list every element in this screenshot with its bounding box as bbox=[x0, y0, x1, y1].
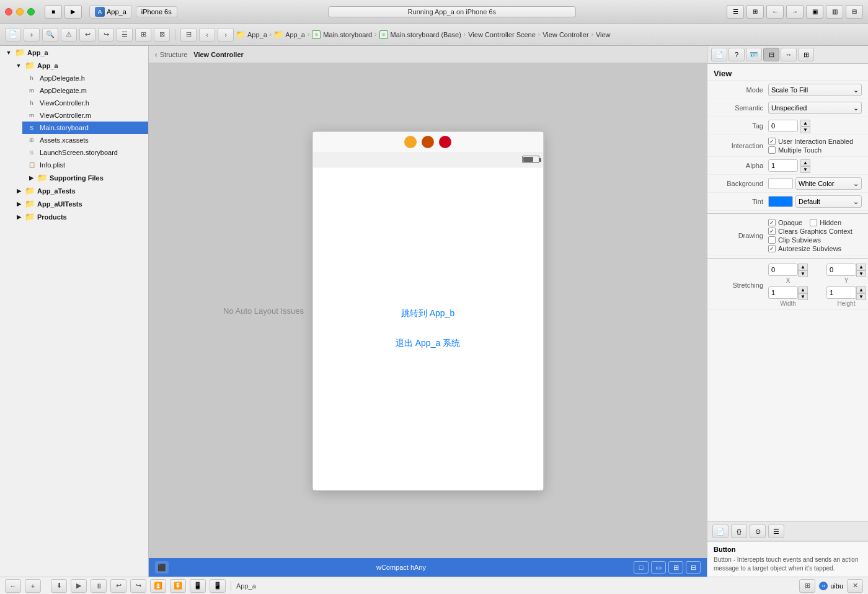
canvas-content[interactable]: No Auto Layout Issues → bbox=[149, 63, 707, 558]
search-btn[interactable]: 🔍 bbox=[42, 28, 58, 42]
expand-appa-icon[interactable]: ▼ bbox=[5, 49, 12, 56]
inspector-tab-connections[interactable]: ⊞ bbox=[798, 48, 814, 61]
layout-btn[interactable]: ⊟ bbox=[846, 5, 863, 19]
hierarchy-btn[interactable]: ⊞ bbox=[135, 28, 151, 42]
bottom-tab-file[interactable]: 📄 bbox=[712, 525, 728, 538]
bottom-tab-code[interactable]: {} bbox=[731, 525, 747, 538]
inspector-tab-file[interactable]: 📄 bbox=[711, 48, 727, 61]
tint-select[interactable]: Default ⌄ bbox=[795, 195, 862, 208]
fullscreen-button[interactable] bbox=[27, 8, 35, 16]
status-mode-btn-3[interactable]: ⏸ bbox=[91, 579, 107, 593]
clip-subviews-checkbox[interactable] bbox=[768, 236, 776, 244]
tag-input[interactable]: 0 bbox=[768, 120, 798, 132]
expand-products-icon[interactable]: ▶ bbox=[15, 213, 22, 221]
stretching-y-up[interactable]: ▲ bbox=[856, 264, 866, 270]
background-color-swatch[interactable] bbox=[768, 178, 793, 189]
status-mode-btn-7[interactable]: ⏬ bbox=[170, 579, 186, 593]
back-btn[interactable]: ← bbox=[766, 5, 784, 19]
stretching-w-up[interactable]: ▲ bbox=[798, 286, 808, 293]
panel-btn[interactable]: ▣ bbox=[806, 5, 823, 19]
undo-btn[interactable]: ↩ bbox=[79, 28, 95, 42]
tint-color-swatch[interactable] bbox=[768, 196, 793, 207]
canvas-square-btn[interactable]: ⬛ bbox=[155, 561, 169, 574]
app-scheme-selector[interactable]: A App_a bbox=[89, 5, 132, 19]
status-add-btn[interactable]: + bbox=[25, 579, 41, 593]
minimize-button[interactable] bbox=[16, 8, 24, 16]
alpha-stepper-up[interactable]: ▲ bbox=[800, 159, 810, 166]
stretching-y-stepper[interactable]: ▲ ▼ bbox=[856, 264, 866, 276]
breadcrumb-item-5[interactable]: View Controller Scene bbox=[468, 31, 536, 38]
sidebar-toggle-btn[interactable]: ☰ bbox=[727, 5, 744, 19]
list-btn[interactable]: ☰ bbox=[117, 28, 133, 42]
sidebar-subgroup-appa[interactable]: ▼ 📁 App_a bbox=[10, 59, 148, 72]
status-mode-btn-1[interactable]: ⬇ bbox=[51, 579, 67, 593]
breadcrumb-item-7[interactable]: View bbox=[596, 31, 611, 38]
status-right-close-btn[interactable]: ✕ bbox=[847, 579, 863, 593]
stretching-w-down[interactable]: ▼ bbox=[798, 293, 808, 300]
mode-select[interactable]: Scale To Fill ⌄ bbox=[768, 84, 862, 96]
forward-btn[interactable]: → bbox=[786, 5, 804, 19]
inspector-tab-quickhelp[interactable]: ? bbox=[728, 48, 745, 61]
add-btn[interactable]: + bbox=[24, 28, 40, 42]
stretching-w-stepper[interactable]: ▲ ▼ bbox=[798, 286, 808, 299]
stretching-x-up[interactable]: ▲ bbox=[798, 264, 808, 270]
stretching-w-input[interactable]: 1 bbox=[768, 286, 798, 299]
sidebar-group-supporting[interactable]: ▶ 📁 Supporting Files bbox=[22, 171, 148, 184]
stretching-h-down[interactable]: ▼ bbox=[856, 293, 866, 300]
right-panel-btn[interactable]: ▥ bbox=[826, 5, 843, 19]
canvas-layout-btn-2[interactable]: ⊟ bbox=[686, 561, 701, 574]
layout-selector-btn[interactable]: ⊟ bbox=[180, 28, 197, 42]
breadcrumb-item-3[interactable]: S Main.storyboard bbox=[312, 30, 372, 39]
expand-appautests-icon[interactable]: ▶ bbox=[15, 200, 22, 208]
redo-btn[interactable]: ↪ bbox=[98, 28, 114, 42]
semantic-select[interactable]: Unspecified ⌄ bbox=[768, 102, 862, 114]
inspector-tab-identity[interactable]: 🪪 bbox=[746, 48, 762, 61]
sidebar-item-appdelegate-h[interactable]: h AppDelegate.h bbox=[22, 72, 148, 84]
sidebar-item-viewcontroller-h[interactable]: h ViewController.h bbox=[22, 97, 148, 109]
status-mode-btn-2[interactable]: ▶ bbox=[71, 579, 87, 593]
sidebar-group-appatests[interactable]: ▶ 📁 App_aTests bbox=[10, 184, 148, 197]
expand-appatests-icon[interactable]: ▶ bbox=[15, 187, 22, 195]
device-selector[interactable]: iPhone 6s bbox=[136, 6, 177, 17]
breadcrumb-item-6[interactable]: View Controller bbox=[542, 31, 588, 38]
expand-subappa-icon[interactable]: ▼ bbox=[15, 62, 22, 69]
inspector-tab-size[interactable]: ↔ bbox=[781, 48, 797, 61]
status-left-btn[interactable]: ← bbox=[5, 579, 21, 593]
clears-graphics-checkbox[interactable] bbox=[768, 228, 776, 235]
nav-back-btn[interactable]: ‹ bbox=[199, 28, 215, 42]
sidebar-item-infoplist[interactable]: 📋 Info.plist bbox=[22, 159, 148, 171]
alpha-input[interactable]: 1 bbox=[768, 159, 798, 172]
autoresize-checkbox[interactable] bbox=[768, 245, 776, 252]
tag-stepper-down[interactable]: ▼ bbox=[800, 126, 810, 133]
sidebar-item-launchscreen[interactable]: S LaunchScreen.storyboard bbox=[22, 146, 148, 159]
multiple-touch-checkbox[interactable] bbox=[768, 146, 776, 154]
inspector-tab-attributes[interactable]: ⊟ bbox=[763, 48, 779, 61]
sidebar-item-viewcontroller-m[interactable]: m ViewController.m bbox=[22, 109, 148, 122]
alpha-stepper-down[interactable]: ▼ bbox=[800, 166, 810, 173]
tag-stepper[interactable]: ▲ ▼ bbox=[800, 120, 810, 132]
sidebar-group-products[interactable]: ▶ 📁 Products bbox=[10, 210, 148, 223]
stretching-h-stepper[interactable]: ▲ ▼ bbox=[856, 286, 866, 299]
canvas-ipad-btn[interactable]: ▭ bbox=[651, 561, 666, 574]
sidebar-item-assets[interactable]: ⊞ Assets.xcassets bbox=[22, 134, 148, 146]
expand-supporting-icon[interactable]: ▶ bbox=[27, 174, 35, 182]
user-interaction-checkbox[interactable] bbox=[768, 138, 776, 145]
bottom-tab-circle[interactable]: ⊙ bbox=[750, 525, 766, 538]
stretching-h-input[interactable]: 1 bbox=[826, 286, 856, 299]
warning-btn[interactable]: ⚠ bbox=[61, 28, 77, 42]
ios-button-jump[interactable]: 跳转到 App_b bbox=[401, 308, 454, 319]
nav-forward-btn[interactable]: › bbox=[218, 28, 234, 42]
status-device-portrait[interactable]: 📱 bbox=[190, 579, 206, 593]
alpha-stepper[interactable]: ▲ ▼ bbox=[800, 159, 810, 172]
sidebar-group-appa[interactable]: ▼ 📁 App_a bbox=[0, 46, 148, 59]
stretching-x-down[interactable]: ▼ bbox=[798, 270, 808, 277]
status-mode-btn-4[interactable]: ↩ bbox=[110, 579, 126, 593]
sidebar-item-main-storyboard[interactable]: S Main.storyboard bbox=[22, 122, 148, 134]
hidden-checkbox[interactable] bbox=[810, 219, 817, 226]
canvas-iphone-btn[interactable]: □ bbox=[634, 561, 649, 574]
bottom-tab-list[interactable]: ☰ bbox=[768, 525, 784, 538]
view-selector-btn[interactable]: ⊞ bbox=[746, 5, 764, 19]
background-select[interactable]: White Color ⌄ bbox=[795, 177, 862, 190]
canvas-layout-btn-1[interactable]: ⊞ bbox=[668, 561, 683, 574]
tag-stepper-up[interactable]: ▲ bbox=[800, 120, 810, 126]
